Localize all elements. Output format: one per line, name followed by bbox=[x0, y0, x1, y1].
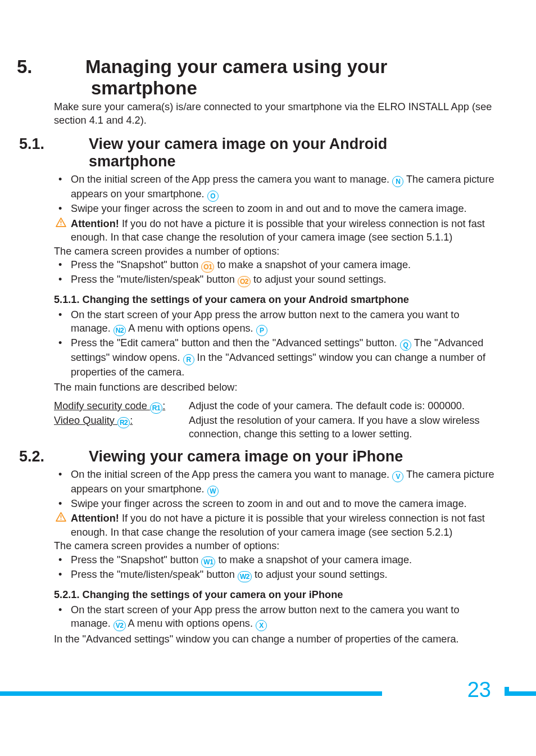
section-5-1-number: 5.1. bbox=[54, 135, 89, 153]
ref-circle-x: X bbox=[256, 620, 267, 631]
ref-circle-v2: V2 bbox=[113, 620, 126, 631]
section-5-2-heading: 5.2.Viewing your camera image on your iP… bbox=[54, 448, 498, 465]
subsection-5-1-1-heading: 5.1.1. Changing the settings of your cam… bbox=[54, 293, 498, 307]
ref-circle-w2: W2 bbox=[238, 571, 252, 582]
main-functions-intro: The main functions are described below: bbox=[54, 381, 498, 395]
list-item: Press the "Edit camera" button and then … bbox=[54, 336, 498, 379]
bullet-text: to make a snapshot of your camera image. bbox=[214, 259, 411, 270]
bullet-text: to adjust your sound settings. bbox=[252, 569, 388, 580]
svg-rect-2 bbox=[61, 515, 62, 518]
warning-icon bbox=[56, 218, 66, 227]
section-5-1-title-line1: View your camera image on your Android bbox=[89, 135, 387, 152]
warning-icon bbox=[56, 512, 66, 522]
definition-term: Modify security code R1: bbox=[54, 399, 189, 414]
list-item: Press the "Snapshot" button O1 to make a… bbox=[54, 258, 498, 273]
subsection-5-2-1-heading: 5.2.1. Changing the settings of your cam… bbox=[54, 588, 498, 602]
ref-circle-w: W bbox=[207, 486, 219, 497]
list-item: Swipe your finger across the screen to z… bbox=[54, 202, 498, 216]
ref-circle-o2: O2 bbox=[238, 276, 251, 287]
chapter-heading: 5.Managing your camera using your smartp… bbox=[71, 56, 498, 99]
chapter-number: 5. bbox=[54, 56, 85, 78]
bullet-text: Press the "mute/listen/speak" button bbox=[71, 274, 238, 285]
bullet-text: Swipe your finger across the screen to z… bbox=[71, 203, 467, 214]
term-video-quality: Video Quality R2: bbox=[54, 415, 133, 426]
svg-rect-1 bbox=[61, 224, 62, 225]
list-item: On the initial screen of the App press t… bbox=[54, 173, 498, 202]
bullet-text: On the initial screen of the App press t… bbox=[71, 174, 392, 185]
attention-text: If you do not have a picture it is possi… bbox=[71, 513, 485, 538]
attention-label: Attention! bbox=[71, 513, 119, 524]
list-item: On the start screen of your App press th… bbox=[54, 603, 498, 632]
ref-circle-o: O bbox=[207, 191, 219, 202]
page-footer: 23 bbox=[54, 674, 498, 709]
bullet-text: Swipe your finger across the screen to z… bbox=[71, 498, 467, 509]
bullet-text: to adjust your sound settings. bbox=[251, 274, 387, 285]
list-item: On the start screen of your App press th… bbox=[54, 308, 498, 337]
list-item: Press the "Snapshot" button W1 to make a… bbox=[54, 553, 498, 568]
attention-note: Attention! If you do not have a picture … bbox=[54, 217, 498, 245]
list-item: On the initial screen of the App press t… bbox=[54, 468, 498, 497]
advanced-settings-text: In the "Advanced settings" window you ca… bbox=[54, 632, 498, 646]
section-5-1-heading: 5.1.View your camera image on your Andro… bbox=[54, 135, 498, 170]
ref-circle-p: P bbox=[256, 325, 267, 336]
ref-circle-r2: R2 bbox=[117, 417, 130, 428]
ref-circle-o1: O1 bbox=[201, 261, 214, 273]
definition-list: Modify security code R1: Adjust the code… bbox=[54, 399, 498, 441]
bullet-text: Press the "Edit camera" button and then … bbox=[71, 337, 400, 348]
section-5-1-title-line2: smartphone bbox=[89, 153, 176, 170]
definition-desc: Adjust the code of your camera. The defa… bbox=[189, 399, 498, 414]
list-item: Swipe your finger across the screen to z… bbox=[54, 497, 498, 511]
options-intro: The camera screen provides a number of o… bbox=[54, 245, 498, 259]
page-number: 23 bbox=[467, 676, 491, 704]
definition-term: Video Quality R2: bbox=[54, 414, 189, 441]
svg-rect-3 bbox=[61, 519, 62, 520]
chapter-intro: Make sure your camera(s) is/are connecte… bbox=[54, 100, 498, 128]
bullet-text: A menu with options opens. bbox=[126, 618, 256, 629]
list-item: Press the "mute/listen/speak" button W2 … bbox=[54, 568, 498, 582]
definition-desc: Adjust the resolution of your camera. If… bbox=[189, 414, 498, 441]
ref-circle-r: R bbox=[183, 354, 194, 365]
svg-rect-0 bbox=[61, 220, 62, 223]
bullet-text: Press the "mute/listen/speak" button bbox=[71, 569, 238, 580]
attention-text: If you do not have a picture it is possi… bbox=[71, 218, 485, 243]
section-5-2-number: 5.2. bbox=[54, 448, 89, 465]
bullet-text: On the initial screen of the App press t… bbox=[71, 469, 392, 480]
term-modify-security-code: Modify security code R1: bbox=[54, 400, 165, 411]
chapter-title-line1: Managing your camera using your bbox=[85, 56, 387, 77]
footer-bar-right bbox=[505, 691, 536, 696]
section-5-2-title: Viewing your camera image on your iPhone bbox=[89, 448, 403, 465]
ref-circle-q: Q bbox=[400, 339, 411, 351]
ref-circle-n2: N2 bbox=[113, 325, 126, 336]
ref-circle-n: N bbox=[392, 176, 403, 187]
bullet-text: Press the "Snapshot" button bbox=[71, 554, 201, 565]
bullet-text: A menu with options opens. bbox=[126, 323, 256, 334]
ref-circle-v: V bbox=[392, 471, 403, 482]
attention-note: Attention! If you do not have a picture … bbox=[54, 511, 498, 539]
options-intro: The camera screen provides a number of o… bbox=[54, 539, 498, 553]
list-item: Press the "mute/listen/speak" button O2 … bbox=[54, 273, 498, 287]
bullet-text: Press the "Snapshot" button bbox=[71, 259, 201, 270]
footer-bar-left bbox=[0, 691, 382, 696]
ref-circle-w1: W1 bbox=[201, 556, 215, 568]
attention-label: Attention! bbox=[71, 218, 119, 229]
bullet-text: to make a snapshot of your camera image. bbox=[215, 554, 412, 565]
ref-circle-r1: R1 bbox=[150, 402, 162, 414]
chapter-title-line2: smartphone bbox=[91, 78, 197, 98]
